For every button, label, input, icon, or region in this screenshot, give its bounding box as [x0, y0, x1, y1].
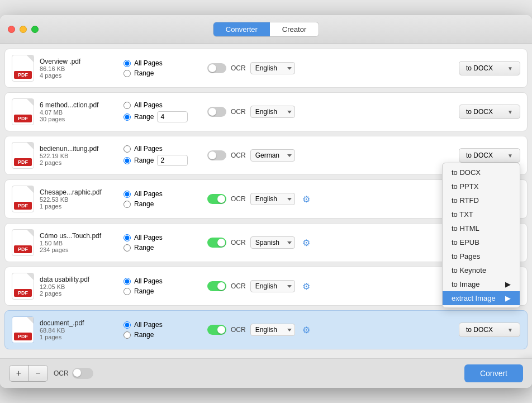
- range-radio[interactable]: [124, 201, 131, 208]
- all-pages-radio[interactable]: [124, 60, 131, 67]
- all-pages-radio[interactable]: [124, 321, 131, 329]
- ocr-toggle[interactable]: [207, 194, 226, 204]
- file-pages: 1 pages: [40, 203, 118, 210]
- range-row: Range: [124, 155, 202, 166]
- submenu-arrow-icon: ▶: [505, 294, 511, 302]
- pdf-label: PDF: [14, 71, 32, 79]
- range-radio[interactable]: [124, 331, 131, 339]
- language-select[interactable]: English Spanish German: [250, 236, 295, 249]
- dropdown-item-image[interactable]: to Image ▶: [443, 277, 520, 291]
- ocr-bottom-label: OCR: [54, 369, 69, 377]
- language-select[interactable]: English Spanish German French: [250, 62, 295, 74]
- minimize-button[interactable]: [20, 26, 27, 33]
- pdf-label: PDF: [14, 333, 32, 340]
- language-select[interactable]: English Spanish German: [250, 280, 295, 292]
- language-select[interactable]: English Spanish German: [250, 324, 295, 336]
- tab-converter[interactable]: Converter: [213, 22, 270, 36]
- range-radio[interactable]: [124, 113, 131, 121]
- ocr-section: OCR English Spanish German ⚙: [207, 192, 313, 206]
- range-radio[interactable]: [124, 244, 131, 252]
- file-info: Chesape...raphic.pdf 522.53 KB 1 pages: [40, 188, 118, 210]
- format-button[interactable]: to DOCX ▼: [459, 61, 520, 75]
- all-pages-label: All Pages: [134, 101, 163, 109]
- pdf-icon: PDF: [12, 142, 34, 169]
- ocr-section: OCR English Spanish German ⚙: [207, 323, 313, 336]
- dropdown-item-keynote[interactable]: to Keynote: [443, 263, 520, 277]
- ocr-toggle[interactable]: [207, 107, 226, 117]
- all-pages-row: All Pages: [124, 321, 202, 329]
- file-pages: 4 pages: [40, 72, 118, 79]
- all-pages-radio[interactable]: [124, 234, 131, 241]
- pdf-label: PDF: [14, 202, 32, 210]
- add-remove-group: + −: [9, 365, 48, 382]
- settings-gear-button[interactable]: ⚙: [300, 323, 313, 336]
- file-list: PDF Overview .pdf 86.16 KB 4 pages All P…: [0, 44, 532, 358]
- page-options: All Pages Range: [124, 321, 202, 339]
- add-file-button[interactable]: +: [10, 366, 28, 381]
- format-dropdown: to DOCX to PPTX to RTFD to TXT to HTML t…: [442, 163, 520, 308]
- ocr-label: OCR: [231, 239, 246, 246]
- ocr-global-toggle[interactable]: [72, 368, 93, 379]
- range-row: Range: [124, 287, 202, 295]
- ocr-toggle[interactable]: [207, 238, 226, 248]
- file-name: data usability.pdf: [40, 276, 118, 283]
- ocr-toggle[interactable]: [207, 150, 226, 160]
- all-pages-radio[interactable]: [124, 102, 131, 109]
- file-pages: 30 pages: [40, 116, 118, 122]
- convert-button[interactable]: Convert: [464, 364, 523, 382]
- format-button[interactable]: to DOCX ▼: [459, 148, 520, 163]
- language-select[interactable]: English Spanish German: [250, 149, 295, 162]
- tab-creator[interactable]: Creator: [270, 22, 319, 36]
- ocr-label: OCR: [231, 326, 246, 334]
- file-name: Overview .pdf: [40, 58, 118, 65]
- maximize-button[interactable]: [31, 26, 39, 33]
- bottom-bar: + − OCR Convert: [0, 358, 532, 388]
- format-button[interactable]: to DOCX ▼: [459, 323, 520, 337]
- dropdown-item-pages[interactable]: to Pages: [443, 249, 520, 263]
- ocr-label: OCR: [231, 64, 246, 72]
- ocr-toggle[interactable]: [207, 63, 226, 73]
- all-pages-label: All Pages: [134, 234, 163, 241]
- range-input[interactable]: [157, 111, 188, 122]
- all-pages-radio[interactable]: [124, 145, 131, 153]
- remove-file-button[interactable]: −: [28, 366, 48, 381]
- ocr-toggle[interactable]: [207, 325, 226, 335]
- settings-gear-button[interactable]: ⚙: [300, 192, 313, 206]
- close-button[interactable]: [8, 26, 15, 33]
- all-pages-row: All Pages: [124, 101, 202, 109]
- dropdown-item-pptx[interactable]: to PPTX: [443, 179, 520, 193]
- pdf-label: PDF: [14, 158, 32, 166]
- range-radio[interactable]: [124, 157, 131, 164]
- dropdown-item-docx[interactable]: to DOCX: [443, 165, 520, 179]
- format-btn-wrapper: to DOCX ▼: [459, 323, 520, 337]
- main-window: Converter Creator PDF Overview .pdf 86.1…: [0, 15, 532, 388]
- all-pages-label: All Pages: [134, 277, 163, 285]
- language-select[interactable]: English Spanish German: [250, 106, 295, 118]
- ocr-toggle[interactable]: [207, 281, 226, 291]
- range-radio[interactable]: [124, 288, 131, 295]
- dropdown-item-txt[interactable]: to TXT: [443, 207, 520, 221]
- range-label: Range: [134, 113, 154, 121]
- range-row: Range: [124, 111, 202, 122]
- range-radio[interactable]: [124, 70, 131, 77]
- file-pages: 1 pages: [40, 334, 118, 340]
- all-pages-row: All Pages: [124, 190, 202, 198]
- page-options: All Pages Range: [124, 59, 202, 77]
- format-label: to DOCX: [466, 64, 493, 72]
- file-name: Cómo us...Touch.pdf: [40, 232, 118, 240]
- dropdown-item-rtfd[interactable]: to RTFD: [443, 193, 520, 207]
- range-input[interactable]: [157, 155, 188, 166]
- ocr-section: OCR English Spanish German ⚙: [207, 279, 313, 293]
- file-row: PDF Overview .pdf 86.16 KB 4 pages All P…: [4, 49, 528, 88]
- language-select[interactable]: English Spanish German: [250, 193, 295, 205]
- format-button[interactable]: to DOCX ▼: [459, 105, 520, 119]
- file-row: PDF bedienun...itung.pdf 522.19 KB 2 pag…: [4, 136, 528, 175]
- dropdown-item-extract[interactable]: extract Image ▶ JPEG BMP PNG GIF TIFF: [443, 291, 520, 305]
- settings-gear-button[interactable]: ⚙: [300, 236, 313, 249]
- all-pages-radio[interactable]: [124, 191, 131, 198]
- all-pages-radio[interactable]: [124, 278, 131, 285]
- dropdown-item-html[interactable]: to HTML: [443, 221, 520, 235]
- file-size: 522.19 KB: [40, 153, 118, 159]
- settings-gear-button[interactable]: ⚙: [300, 279, 313, 293]
- dropdown-item-epub[interactable]: to EPUB: [443, 235, 520, 249]
